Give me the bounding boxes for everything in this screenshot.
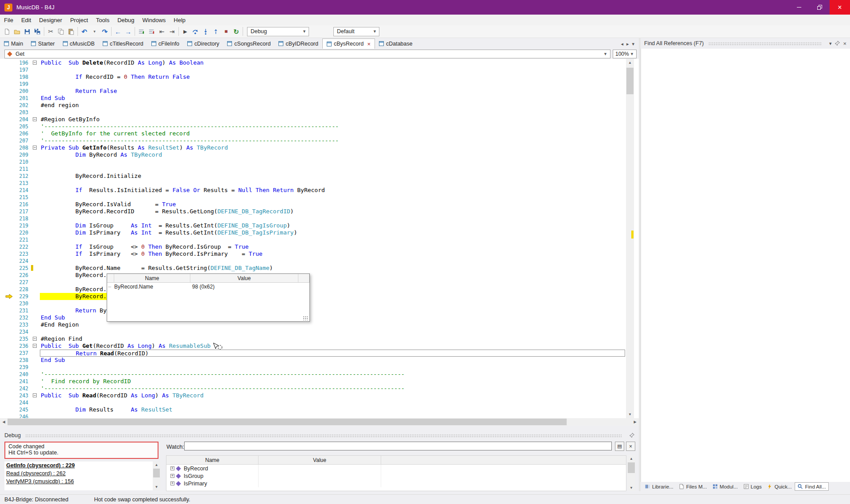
stack-link[interactable]: GetInfo (cbysrecord) : 229: [4, 462, 160, 469]
restore-button[interactable]: [809, 0, 830, 15]
tab-main[interactable]: Main: [0, 38, 27, 49]
chevron-down-icon[interactable]: ▾: [829, 41, 832, 46]
tab-cmusicdb[interactable]: cMusicDB: [59, 38, 99, 49]
menu-file[interactable]: File: [0, 15, 17, 25]
links-scrollbar[interactable]: ▲ ▼: [153, 462, 160, 490]
code-line-234[interactable]: 234: [0, 328, 639, 335]
fold-collapse-icon[interactable]: −: [33, 146, 37, 150]
menu-project[interactable]: Project: [66, 15, 92, 25]
new-file-button[interactable]: [2, 26, 12, 37]
code-line-216[interactable]: 216 ByRecord.IsValid = True: [0, 201, 639, 208]
tab-cdatabase[interactable]: cDatabase: [375, 38, 417, 49]
code-line-213[interactable]: 213: [0, 180, 639, 187]
code-text[interactable]: Return False: [40, 88, 117, 95]
step-into-button[interactable]: [201, 26, 211, 37]
code-text[interactable]: [40, 413, 41, 418]
code-text[interactable]: ByRecord.IsValid = True: [40, 201, 176, 208]
code-line-215[interactable]: 215: [0, 194, 639, 201]
save-button[interactable]: [22, 26, 32, 37]
scroll-right-icon[interactable]: ▶: [631, 418, 639, 426]
watch-row[interactable]: +ByRecord: [166, 465, 626, 472]
code-line-237[interactable]: 237 Return Read(RecordID): [0, 350, 639, 357]
scroll-down-icon[interactable]: ▼: [627, 485, 635, 491]
stack-link[interactable]: Read (cbysrecord) : 262: [4, 469, 160, 477]
code-line-200[interactable]: 200 Return False: [0, 88, 639, 95]
code-text[interactable]: '---------------------------------------…: [40, 123, 339, 130]
code-line-244[interactable]: 244: [0, 399, 639, 406]
scroll-up-icon[interactable]: ▲: [627, 455, 635, 462]
comment-button[interactable]: [136, 26, 147, 37]
step-over-button[interactable]: [190, 26, 201, 37]
menu-debug[interactable]: Debug: [113, 15, 138, 25]
code-line-233[interactable]: 233#End Region: [0, 321, 639, 328]
code-text[interactable]: #End Region: [40, 321, 79, 328]
fold-collapse-icon[interactable]: −: [33, 344, 37, 348]
code-text[interactable]: #end region: [40, 102, 79, 109]
code-line-222[interactable]: 222 If IsGroup <> 0 Then ByRecord.IsGrou…: [0, 243, 639, 250]
watch-clear-button[interactable]: ×: [626, 442, 635, 451]
stack-link[interactable]: VerifyMP3 (cmusicdb) : 156: [4, 477, 160, 485]
code-text[interactable]: '---------------------------------------…: [40, 371, 405, 378]
code-text[interactable]: End Sub: [40, 357, 65, 364]
tool-tab-filesm[interactable]: Files M...: [676, 482, 709, 491]
pin-icon[interactable]: [629, 433, 634, 438]
code-text[interactable]: Private Sub GetInfo(Results As ResultSet…: [40, 144, 228, 151]
code-text[interactable]: ByRecord.Name = Results.GetString(DEFINE…: [40, 265, 273, 272]
popup-header-value[interactable]: Value: [190, 274, 298, 282]
code-line-240[interactable]: 240'------------------------------------…: [0, 371, 639, 378]
find-all-references-results[interactable]: [641, 49, 850, 482]
code-line-231[interactable]: 231 Return ByRecord: [0, 307, 639, 314]
code-text[interactable]: [40, 215, 41, 222]
code-line-207[interactable]: 207'------------------------------------…: [0, 137, 639, 144]
code-text[interactable]: '---------------------------------------…: [40, 137, 339, 144]
debug-value-popup[interactable]: Name Value ‒ ByRecord.Name 98 (0x62): [107, 273, 310, 322]
code-text[interactable]: ByRecord.Initialize: [40, 173, 141, 180]
tab-csongsrecord[interactable]: cSongsRecord: [223, 38, 274, 49]
expand-icon[interactable]: +: [170, 481, 174, 485]
panel-drag-grip[interactable]: [25, 434, 622, 437]
watch-scrollbar[interactable]: ▲ ▼: [627, 455, 635, 491]
code-text[interactable]: [40, 180, 41, 187]
resize-grip-icon[interactable]: [303, 316, 308, 320]
tool-tab-librarie[interactable]: Librarie...: [642, 482, 676, 491]
editor-horizontal-scrollbar[interactable]: ◀ ▶: [0, 418, 639, 426]
code-line-238[interactable]: 238End Sub: [0, 357, 639, 364]
code-text[interactable]: Public Sub Read(RecordID As Long) As TBy…: [40, 392, 204, 399]
run-mode-dropdown[interactable]: Debug ▼: [247, 27, 309, 36]
popup-header-name[interactable]: Name: [114, 274, 190, 282]
tab-scroll-right-icon[interactable]: ▸: [626, 41, 629, 47]
code-text[interactable]: [40, 364, 41, 371]
tool-tab-findall[interactable]: Find All...: [795, 482, 828, 491]
editor-vertical-scrollbar[interactable]: ▲ ▼: [626, 59, 634, 418]
code-line-246[interactable]: 246: [0, 413, 639, 418]
close-panel-icon[interactable]: ×: [843, 40, 846, 47]
tab-ctitlesrecord[interactable]: cTitlesRecord: [99, 38, 147, 49]
save-all-button[interactable]: [32, 26, 42, 37]
code-editor[interactable]: 196−Public Sub Delete(RecordID As Long) …: [0, 59, 639, 418]
code-line-229[interactable]: 229 ByRecord.: [0, 293, 639, 300]
code-line-236[interactable]: 236−Public Sub Get(RecordID As Long) As …: [0, 342, 639, 350]
undo-history-button[interactable]: ▾: [89, 26, 100, 37]
tab-scroll-left-icon[interactable]: ◂: [621, 41, 623, 47]
code-line-208[interactable]: 208−Private Sub GetInfo(Results As Resul…: [0, 144, 639, 151]
expand-icon[interactable]: +: [170, 466, 174, 470]
code-line-241[interactable]: 241' Find record by RecordID: [0, 378, 639, 385]
scroll-down-icon[interactable]: ▼: [626, 411, 634, 418]
code-line-201[interactable]: 201End Sub: [0, 95, 639, 102]
fold-collapse-icon[interactable]: −: [33, 117, 37, 121]
cut-button[interactable]: ✂: [46, 26, 56, 37]
code-line-211[interactable]: 211: [0, 165, 639, 173]
code-text[interactable]: If RecordID = 0 Then Return False: [40, 73, 190, 81]
redo-button[interactable]: ↷: [100, 26, 110, 37]
code-line-209[interactable]: 209 Dim ByRecord As TByRecord: [0, 151, 639, 158]
step-out-button[interactable]: [211, 26, 221, 37]
code-line-235[interactable]: 235−#Region Find: [0, 335, 639, 342]
code-text[interactable]: [40, 279, 41, 286]
pin-icon[interactable]: [835, 41, 840, 46]
navigate-back-button[interactable]: ←: [113, 26, 123, 37]
scroll-down-icon[interactable]: ▼: [153, 484, 160, 490]
run-button[interactable]: ▶: [180, 26, 190, 37]
code-line-219[interactable]: 219 Dim IsGroup As Int = Results.GetInt(…: [0, 222, 639, 229]
code-line-202[interactable]: 202#end region: [0, 102, 639, 109]
code-text[interactable]: [40, 158, 41, 165]
